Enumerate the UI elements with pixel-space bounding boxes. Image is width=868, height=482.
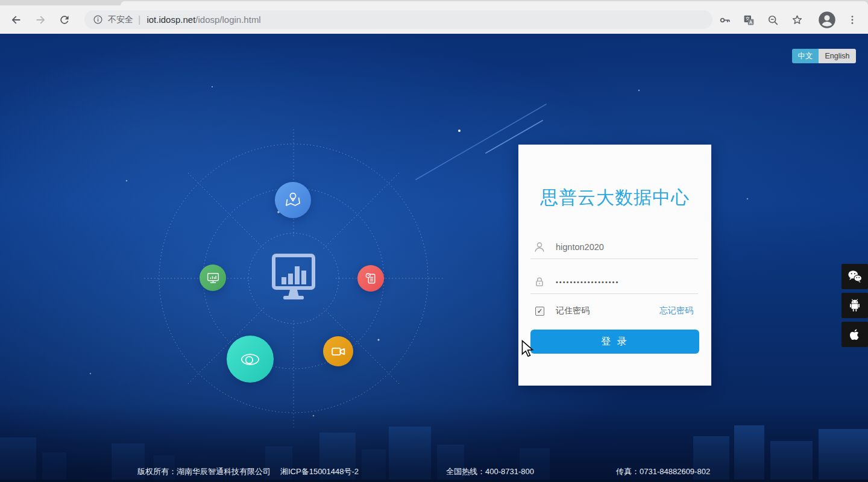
url-path: /idosp/login.html <box>195 14 260 25</box>
language-toggle: 中文 English <box>792 49 856 63</box>
mouse-cursor <box>520 340 535 359</box>
forward-icon <box>34 13 47 27</box>
apple-icon <box>848 327 862 342</box>
menu-button[interactable] <box>844 12 860 28</box>
footer-hotline: 全国热线：400-8731-800 <box>446 466 534 477</box>
footer-copyright: 版权所有：湖南华辰智通科技有限公司 <box>137 466 271 477</box>
login-card: 思普云大数据中心 ✓ 记住密码 忘记密码 <box>518 145 711 386</box>
forward-button[interactable] <box>31 11 49 29</box>
remember-checkbox[interactable]: ✓ <box>535 307 544 316</box>
remember-label: 记住密码 <box>556 305 590 316</box>
login-page: 中文 English 思普云大数据中心 <box>0 34 868 482</box>
username-field-row <box>530 236 698 259</box>
page-title: 思普云大数据中心 <box>518 186 711 210</box>
eye-icon <box>236 345 265 374</box>
bookmark-button[interactable] <box>789 12 805 28</box>
video-camera-icon <box>329 342 348 361</box>
back-button[interactable] <box>7 11 25 29</box>
footer-strip <box>0 480 868 482</box>
profile-button[interactable] <box>817 10 837 30</box>
password-manager-button[interactable] <box>717 12 732 28</box>
key-icon <box>719 14 731 27</box>
footer-fax: 传真：0731-84882609-802 <box>616 466 710 477</box>
footer-icp: 湘ICP备15001448号-2 <box>280 466 359 477</box>
browser-chrome: 不安全 | iot.idosp.net /idosp/login.html <box>0 0 868 34</box>
lock-icon <box>533 275 549 289</box>
map-location-icon <box>281 189 304 211</box>
password-input[interactable] <box>555 278 698 286</box>
dashboard-monitor-icon <box>263 248 324 308</box>
ios-app-button[interactable] <box>841 322 868 347</box>
profile-avatar-icon <box>818 11 836 29</box>
device-monitor-node <box>200 264 226 291</box>
eye-monitoring-node <box>227 336 274 383</box>
report-document-node <box>357 265 384 292</box>
report-document-icon <box>363 271 379 287</box>
user-icon <box>533 240 549 254</box>
wechat-button[interactable] <box>841 264 868 289</box>
kebab-menu-icon <box>846 14 858 26</box>
zoom-button[interactable] <box>765 12 781 28</box>
video-camera-node <box>323 336 353 366</box>
browser-tab-strip <box>0 0 868 5</box>
remember-row: ✓ 记住密码 忘记密码 <box>530 303 693 319</box>
language-english-button[interactable]: English <box>819 49 856 63</box>
forgot-password-link[interactable]: 忘记密码 <box>659 305 693 316</box>
active-tab[interactable] <box>121 1 868 5</box>
reload-icon <box>58 14 71 26</box>
page-info-icon[interactable] <box>93 14 103 25</box>
login-button[interactable]: 登 录 <box>530 330 699 354</box>
username-input[interactable] <box>555 242 698 252</box>
wechat-icon <box>847 269 863 284</box>
address-bar[interactable]: 不安全 | iot.idosp.net /idosp/login.html <box>84 10 712 29</box>
translate-icon <box>743 14 755 27</box>
footer: 版权所有：湖南华辰智通科技有限公司 湘ICP备15001448号-2 全国热线：… <box>0 466 868 477</box>
password-field-row <box>530 271 698 294</box>
back-icon <box>10 13 23 27</box>
central-dashboard-node <box>263 248 324 308</box>
language-chinese-button[interactable]: 中文 <box>792 49 819 63</box>
device-monitor-icon <box>205 270 221 286</box>
android-icon <box>848 298 862 313</box>
url-host: iot.idosp.net <box>146 14 195 25</box>
browser-toolbar: 不安全 | iot.idosp.net /idosp/login.html <box>0 5 868 34</box>
url-separator: | <box>138 14 140 26</box>
security-label: 不安全 <box>108 14 133 25</box>
star-icon <box>791 14 804 27</box>
zoom-out-icon <box>767 14 779 27</box>
translate-button[interactable] <box>741 12 756 28</box>
map-location-node <box>275 182 311 218</box>
reload-button[interactable] <box>55 11 74 29</box>
android-app-button[interactable] <box>841 293 868 318</box>
